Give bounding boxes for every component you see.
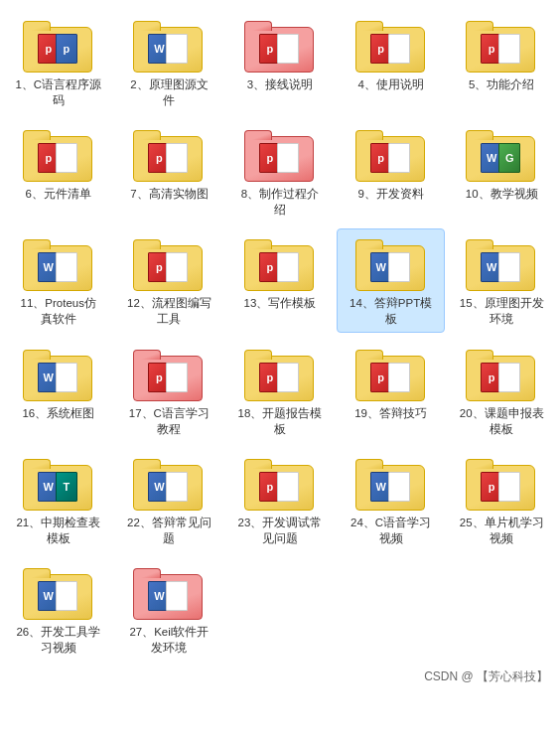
folder-label: 19、答辩技巧 — [354, 405, 427, 421]
folder-item-26[interactable]: W 26、开发工具学习视频 — [4, 557, 113, 661]
folder-icon: p — [244, 233, 316, 291]
folder-item-3[interactable]: p 3、接线说明 — [225, 10, 335, 113]
folder-icon: p — [355, 344, 427, 401]
folder-label: 5、功能介绍 — [469, 76, 534, 92]
folder-label: 12、流程图编写工具 — [125, 295, 212, 327]
folder-icon: p — [244, 15, 316, 73]
folder-label: 14、答辩PPT模板 — [348, 295, 435, 327]
folder-icon: p — [466, 15, 537, 73]
folder-icon: p — [355, 15, 427, 73]
folder-item-18[interactable]: p 18、开题报告模板 — [225, 339, 335, 442]
folder-item-10[interactable]: W G 10、教学视频 — [447, 119, 556, 222]
folder-label: 4、使用说明 — [357, 76, 423, 92]
folder-icon: p — [23, 124, 94, 182]
folder-item-27[interactable]: W 27、Keil软件开发环境 — [115, 557, 224, 661]
folder-label: 16、系统框图 — [22, 405, 94, 421]
footer-text: CSDN @ 【芳心科技】 — [424, 669, 548, 683]
folder-label: 3、接线说明 — [247, 76, 313, 92]
folder-icon: W — [23, 344, 94, 401]
folder-label: 6、元件清单 — [26, 186, 91, 202]
folder-item-19[interactable]: p 19、答辩技巧 — [337, 339, 446, 442]
folder-icon: W — [23, 562, 94, 620]
folder-item-13[interactable]: p 13、写作模板 — [225, 228, 335, 332]
folder-label: 25、单片机学习视频 — [458, 515, 545, 546]
folder-icon: p — [355, 124, 427, 182]
folder-label: 13、写作模板 — [244, 295, 317, 311]
folder-label: 17、C语言学习教程 — [125, 405, 212, 437]
folder-label: 10、教学视频 — [466, 186, 538, 202]
folder-item-7[interactable]: p 7、高清实物图 — [115, 119, 224, 222]
folder-label: 11、Proteus仿真软件 — [15, 295, 102, 327]
folder-icon: p — [133, 233, 205, 291]
folder-icon: W — [133, 453, 205, 511]
folder-icon: p — [244, 453, 316, 511]
folder-label: 7、高清实物图 — [130, 186, 208, 202]
folder-icon: W T — [23, 453, 94, 511]
folder-item-17[interactable]: p 17、C语言学习教程 — [115, 339, 224, 442]
folder-icon: p — [244, 344, 316, 401]
folder-icon: p — [133, 344, 205, 401]
folder-icon: W G — [466, 124, 537, 182]
folder-label: 8、制作过程介绍 — [236, 186, 324, 218]
folder-label: 20、课题申报表模板 — [458, 405, 545, 437]
folder-item-6[interactable]: p 6、元件清单 — [4, 119, 113, 222]
folder-icon: W — [133, 562, 205, 620]
folder-icon: p — [466, 453, 537, 511]
folder-item-12[interactable]: p 12、流程图编写工具 — [115, 228, 224, 332]
folder-item-23[interactable]: p 23、开发调试常见问题 — [225, 448, 335, 551]
folder-icon: p — [244, 124, 316, 182]
folder-item-8[interactable]: p 8、制作过程介绍 — [225, 119, 335, 222]
folder-item-2[interactable]: W 2、原理图源文件 — [115, 10, 224, 113]
folder-item-15[interactable]: W 15、原理图开发环境 — [447, 228, 556, 332]
folder-item-1[interactable]: p p 1、C语言程序源码 — [4, 10, 113, 113]
folder-label: 9、开发资料 — [357, 186, 423, 202]
folder-label: 22、答辩常见问题 — [125, 515, 212, 546]
folder-item-5[interactable]: p 5、功能介绍 — [447, 10, 556, 113]
folder-label: 24、C语音学习视频 — [348, 515, 435, 546]
folder-label: 15、原理图开发环境 — [458, 295, 545, 327]
folder-item-9[interactable]: p 9、开发资料 — [337, 119, 446, 222]
folder-icon: W — [23, 233, 94, 291]
folder-item-21[interactable]: W T 21、中期检查表模板 — [4, 448, 113, 551]
folder-icon: W — [133, 15, 205, 73]
folder-grid: p p 1、C语言程序源码 W 2、原理图源文件 p — [4, 10, 556, 661]
folder-item-14[interactable]: W 14、答辩PPT模板 — [337, 228, 446, 332]
folder-item-25[interactable]: p 25、单片机学习视频 — [447, 448, 556, 551]
folder-item-16[interactable]: W 16、系统框图 — [4, 339, 113, 442]
folder-icon: p — [133, 124, 205, 182]
folder-item-22[interactable]: W 22、答辩常见问题 — [115, 448, 224, 551]
folder-label: 23、开发调试常见问题 — [236, 515, 324, 546]
folder-item-24[interactable]: W 24、C语音学习视频 — [337, 448, 446, 551]
folder-item-4[interactable]: p 4、使用说明 — [337, 10, 446, 113]
folder-item-11[interactable]: W 11、Proteus仿真软件 — [4, 228, 113, 332]
folder-icon: W — [466, 233, 537, 291]
folder-label: 1、C语言程序源码 — [15, 76, 102, 108]
folder-icon: p — [466, 344, 537, 401]
folder-item-20[interactable]: p 20、课题申报表模板 — [447, 339, 556, 442]
folder-icon: p p — [23, 15, 94, 73]
folder-label: 18、开题报告模板 — [236, 405, 324, 437]
folder-icon: W — [355, 233, 427, 291]
folder-label: 26、开发工具学习视频 — [15, 624, 102, 656]
footer: CSDN @ 【芳心科技】 — [4, 661, 556, 685]
folder-label: 2、原理图源文件 — [125, 76, 212, 108]
folder-label: 21、中期检查表模板 — [15, 515, 102, 546]
folder-label: 27、Keil软件开发环境 — [125, 624, 212, 656]
folder-icon: W — [355, 453, 427, 511]
